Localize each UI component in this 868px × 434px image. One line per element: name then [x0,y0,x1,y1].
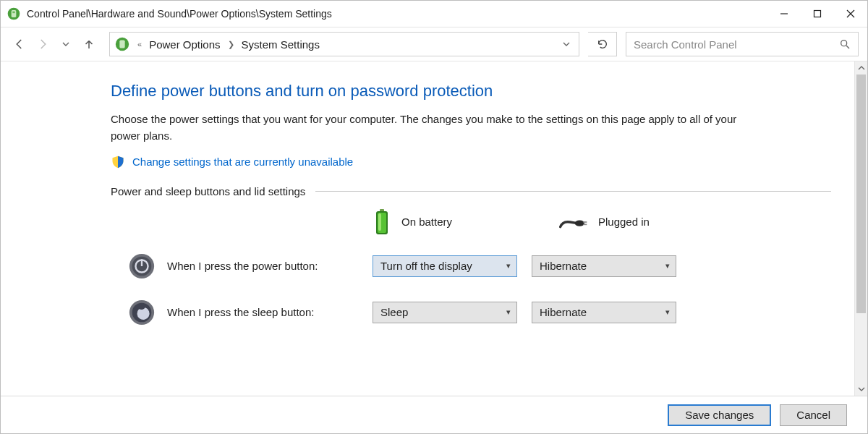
svg-rect-4 [814,11,821,17]
power-button-icon [128,252,156,280]
column-label: On battery [401,216,452,228]
page-headline: Define power buttons and turn on passwor… [111,82,831,101]
vertical-scrollbar[interactable] [854,61,867,396]
svg-rect-2 [12,12,14,14]
chevron-down-icon: ▾ [506,307,511,317]
page-description: Choose the power settings that you want … [111,111,740,145]
breadcrumb-item[interactable]: Power Options [149,38,220,51]
content-area: Define power buttons and turn on passwor… [1,61,854,396]
forward-button[interactable] [33,34,53,54]
maximize-button[interactable] [801,1,834,27]
up-button[interactable] [79,34,99,54]
control-panel-icon [7,7,21,21]
address-bar[interactable]: « Power Options ❯ System Settings [109,32,579,56]
chevron-down-icon: ▾ [665,307,670,317]
scroll-thumb[interactable] [856,75,866,313]
scroll-up-button[interactable] [855,61,867,75]
back-button[interactable] [9,34,30,54]
sleep-button-row: When I press the sleep button: Sleep ▾ H… [111,299,831,326]
svg-rect-8 [119,41,124,48]
dropdown-value: Hibernate [540,306,587,318]
svg-rect-16 [583,221,587,223]
window-title: Control Panel\Hardware and Sound\Power O… [27,8,332,20]
column-label: Plugged in [598,216,650,228]
dropdown-value: Turn off the display [380,260,472,272]
footer: Save changes Cancel [1,396,867,433]
svg-line-10 [846,46,849,48]
chevron-down-icon: ▾ [665,261,670,271]
sleep-button-battery-dropdown[interactable]: Sleep ▾ [373,302,517,323]
scroll-track[interactable] [855,75,867,383]
column-header-plugged: Plugged in [559,209,711,235]
sleep-button-icon [128,299,156,326]
breadcrumb-item[interactable]: System Settings [242,38,320,51]
chevron-right-icon: ❯ [225,40,237,49]
address-dropdown-button[interactable] [558,41,574,48]
search-icon [839,38,851,50]
refresh-button[interactable] [588,32,617,56]
plug-icon [559,214,588,230]
row-label: When I press the power button: [167,260,373,272]
battery-icon [373,209,391,235]
power-button-plugged-dropdown[interactable]: Hibernate ▾ [532,255,676,277]
column-header-battery: On battery [373,209,524,235]
save-changes-button[interactable]: Save changes [668,404,771,426]
breadcrumb-prefix: « [135,40,145,48]
cancel-button[interactable]: Cancel [780,404,847,426]
svg-point-9 [841,41,847,46]
close-button[interactable] [834,1,867,27]
change-unavailable-settings-link[interactable]: Change settings that are currently unava… [132,156,353,168]
search-input[interactable]: Search Control Panel [626,32,859,56]
svg-rect-14 [378,213,381,231]
svg-point-15 [575,220,584,226]
svg-rect-1 [12,10,17,17]
power-button-battery-dropdown[interactable]: Turn off the display ▾ [373,255,517,277]
dropdown-value: Hibernate [540,260,587,272]
recent-locations-button[interactable] [56,34,76,54]
power-button-row: When I press the power button: Turn off … [111,252,831,280]
uac-shield-icon [111,155,125,169]
dropdown-value: Sleep [380,306,408,318]
navigation-toolbar: « Power Options ❯ System Settings Search… [1,27,867,61]
control-panel-icon [114,36,130,52]
minimize-button[interactable] [767,1,801,27]
scroll-down-button[interactable] [855,383,867,396]
svg-rect-17 [583,224,587,225]
title-bar: Control Panel\Hardware and Sound\Power O… [1,1,867,27]
sleep-button-plugged-dropdown[interactable]: Hibernate ▾ [532,302,676,323]
divider [315,191,831,192]
row-label: When I press the sleep button: [167,306,373,318]
chevron-down-icon: ▾ [506,261,511,271]
search-placeholder: Search Control Panel [634,38,839,51]
section-title: Power and sleep buttons and lid settings [111,185,305,197]
